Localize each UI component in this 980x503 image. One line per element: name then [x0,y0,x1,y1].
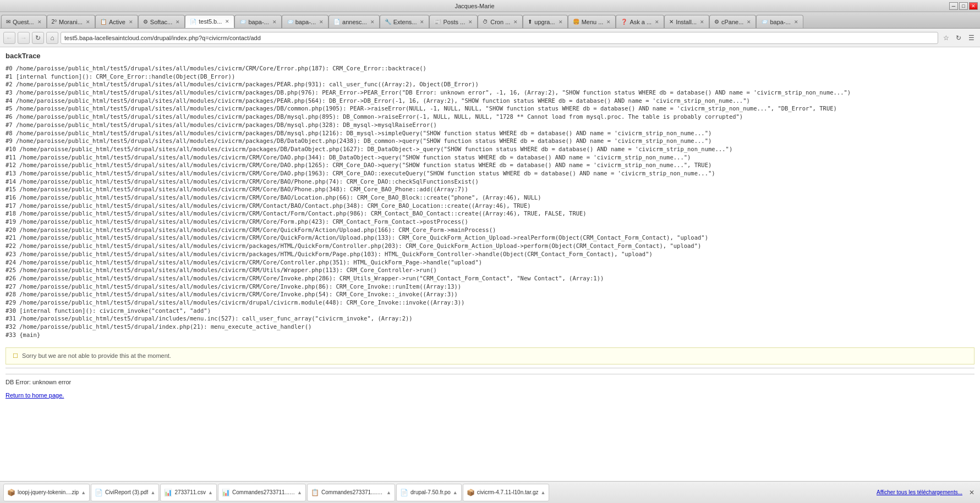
download-file-icon: 📊 [222,489,230,496]
tab-close-icon[interactable]: ✕ [370,19,375,25]
browser-tab-t13[interactable]: 🍔Menu ...✕ [568,15,616,28]
tab-label: bapa-... [248,19,269,25]
tab-label: upgra... [534,19,555,25]
browser-tab-t6[interactable]: 📨bapa-...✕ [234,15,281,28]
download-filename: CiviReport (3).pdf [105,489,148,495]
browser-tab-t2[interactable]: 2⁰Morani...✕ [47,15,95,28]
back-button[interactable]: ← [3,32,15,44]
tab-close-icon[interactable]: ✕ [606,19,611,25]
refresh-icon[interactable]: ↻ [953,32,964,43]
reload-button[interactable]: ↻ [32,32,44,44]
download-file-icon: 📦 [467,489,475,496]
tab-label: Menu ... [582,19,604,25]
browser-tab-t12[interactable]: ⬆upgra...✕ [523,15,567,28]
menu-icon[interactable]: ☰ [966,32,977,43]
tab-close-icon[interactable]: ✕ [176,19,180,25]
download-close-icon[interactable]: ▲ [208,490,213,495]
tab-favicon: 📨 [761,19,768,25]
maximize-button[interactable]: □ [959,2,968,10]
tab-label: Posts ... [443,19,465,25]
home-button[interactable]: ⌂ [46,32,58,44]
tab-close-icon[interactable]: ✕ [86,19,90,25]
download-file-icon: 📄 [95,489,103,496]
browser-tab-t4[interactable]: ⚙Softac...✕ [138,15,185,28]
tab-close-icon[interactable]: ✕ [468,19,473,25]
browser-tab-t5[interactable]: 📄test5.b...✕ [185,15,234,28]
download-filename: civicrm-4.7.11-l10n.tar.gz [477,489,539,495]
browser-tab-t14[interactable]: ❓Ask a ...✕ [616,15,664,28]
browser-tab-t8[interactable]: 📄annesc...✕ [329,15,380,28]
tab-favicon: 📄 [190,19,196,25]
db-error-section: DB Error: unknown error [6,374,974,385]
download-item-d5[interactable]: 📋Commandes273371....xml▲ [307,484,395,501]
download-item-d1[interactable]: 📦loopj-jquery-tokenin....zip▲ [3,484,90,501]
tab-favicon: ⬆ [528,19,532,25]
tab-label: Morani... [59,19,83,25]
error-message: Sorry but we are not able to provide thi… [22,352,171,359]
tab-favicon: 🍔 [573,19,579,25]
download-item-d2[interactable]: 📄CiviReport (3).pdf▲ [91,484,159,501]
download-file-icon: 📦 [7,489,15,496]
download-file-icon: 📋 [311,489,319,496]
browser-tab-t10[interactable]: 📰Posts ...✕ [429,15,478,28]
tab-label: bapa-... [770,19,790,25]
tab-close-icon[interactable]: ✕ [319,19,324,25]
download-bar-close-button[interactable]: ✕ [967,489,977,496]
tab-close-icon[interactable]: ✕ [655,19,659,25]
browser-tab-t3[interactable]: 📋Active✕ [95,15,138,28]
browser-tab-t1[interactable]: ✉Quest...✕ [1,15,47,28]
error-icon: ☐ [13,352,18,359]
tab-label: Cron ... [490,19,510,25]
bookmark-icon[interactable]: ☆ [940,32,951,43]
tab-close-icon[interactable]: ✕ [129,19,133,25]
error-box: ☐ Sorry but we are not able to provide t… [6,347,974,364]
browser-tab-t9[interactable]: 🔧Extens...✕ [380,15,430,28]
tab-close-icon[interactable]: ✕ [272,19,277,25]
download-filename: Commandes273371....xml [321,489,384,495]
download-close-icon[interactable]: ▲ [81,490,86,495]
tab-close-icon[interactable]: ✕ [513,19,518,25]
download-close-icon[interactable]: ▲ [453,490,458,495]
download-close-icon[interactable]: ▲ [386,490,391,495]
trace-block: #0 /home/paroisse/public_html/test5/drup… [6,64,974,339]
tab-close-icon[interactable]: ✕ [37,19,42,25]
tab-favicon: ⏱ [483,19,488,25]
close-button[interactable]: ✕ [969,2,978,10]
download-file-icon: 📊 [164,489,172,496]
tab-favicon: 🔧 [385,19,391,25]
tab-label: annesc... [342,19,367,25]
forward-button[interactable]: → [18,32,30,44]
address-bar: ← → ↻ ⌂ ☆ ↻ ☰ [0,29,980,47]
download-close-icon[interactable]: ▲ [150,490,155,495]
download-item-d6[interactable]: 📄drupal-7.50.fr.po▲ [396,484,462,501]
main-content: backTrace #0 /home/paroisse/public_html/… [0,47,980,421]
tab-favicon: 📨 [287,19,293,25]
return-home-link[interactable]: Return to home page. [6,392,974,399]
browser-tab-t7[interactable]: 📨bapa-...✕ [282,15,329,28]
browser-titlebar: Jacques-Marie ─ □ ✕ [0,0,980,12]
minimize-button[interactable]: ─ [949,2,958,10]
tab-close-icon[interactable]: ✕ [794,19,798,25]
download-close-icon[interactable]: ▲ [297,490,302,495]
tab-label: bapa-... [295,19,316,25]
browser-tab-t15[interactable]: ✕Install...✕ [664,15,709,28]
download-item-d3[interactable]: 📊2733711.csv▲ [160,484,217,501]
tab-close-icon[interactable]: ✕ [700,19,704,25]
tab-label: Install... [676,19,697,25]
browser-tab-t16[interactable]: ⚙cPane...✕ [709,15,756,28]
download-item-d4[interactable]: 📊Commandes2733711....csv▲ [218,484,306,501]
tab-favicon: ✉ [6,19,10,25]
tab-close-icon[interactable]: ✕ [747,19,751,25]
tab-close-icon[interactable]: ✕ [559,19,563,25]
url-input[interactable] [61,32,938,44]
db-error-label: DB Error: unknown error [6,379,71,385]
browser-tab-t11[interactable]: ⏱Cron ...✕ [478,15,523,28]
tab-label: Active [109,19,125,25]
browser-tab-t17[interactable]: 📨bapa-...✕ [756,15,803,28]
download-close-icon[interactable]: ▲ [540,490,545,495]
download-item-d7[interactable]: 📦civicrm-4.7.11-l10n.tar.gz▲ [463,484,550,501]
show-all-downloads-link[interactable]: Afficher tous les téléchargements... [873,489,966,495]
tab-favicon: ❓ [621,19,627,25]
tab-close-icon[interactable]: ✕ [420,19,424,25]
tab-close-icon[interactable]: ✕ [225,19,229,24]
